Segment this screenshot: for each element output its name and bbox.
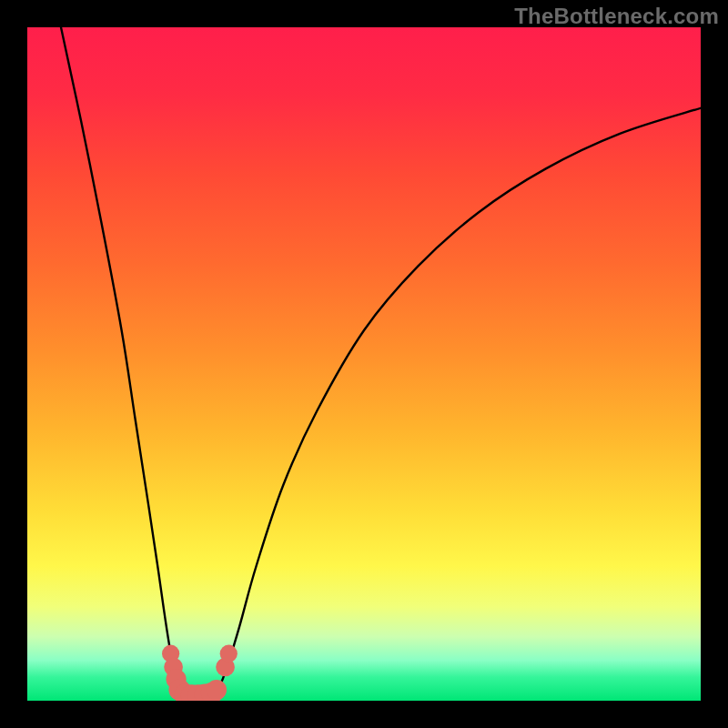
series-right-branch xyxy=(217,108,701,693)
chart-curves xyxy=(27,27,701,701)
watermark-text: TheBottleneck.com xyxy=(514,4,719,29)
series-left-branch xyxy=(61,27,179,693)
trough-dots xyxy=(162,645,238,701)
trough-dot xyxy=(220,645,238,662)
plot-area xyxy=(27,27,701,701)
trough-dot xyxy=(207,680,227,700)
outer-frame: TheBottleneck.com xyxy=(0,0,728,728)
